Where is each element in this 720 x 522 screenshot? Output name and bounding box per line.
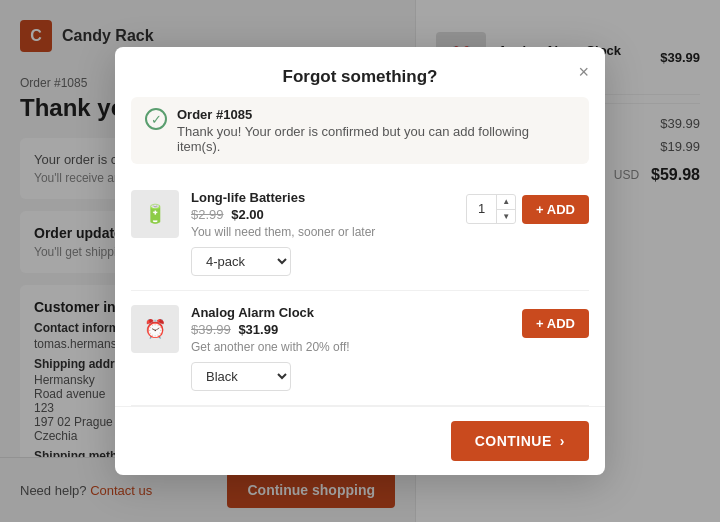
clock-prices: $39.99 $31.99 [191,322,510,337]
clock-image: ⏰ [131,305,179,353]
continue-label: CONTINUE [475,433,552,449]
batteries-variant-select[interactable]: 4-pack [191,247,291,276]
clock-info: Analog Alarm Clock $39.99 $31.99 Get ano… [191,305,510,391]
batteries-qty-display: 1 [467,195,497,223]
batteries-name: Long-life Batteries [191,190,454,205]
confirmation-message: Thank you! Your order is confirmed but y… [177,124,529,154]
confirmation-order: Order #1085 [177,107,575,122]
clock-add-button[interactable]: + ADD [522,309,589,338]
batteries-prices: $2.99 $2.00 [191,207,454,222]
clock-original-price: $39.99 [191,322,231,337]
batteries-qty-down[interactable]: ▼ [497,210,515,224]
modal-confirmation-banner: ✓ Order #1085 Thank you! Your order is c… [131,97,589,164]
continue-icon: › [560,433,565,449]
modal-product-row: 🔋 Long-life Batteries $2.99 $2.00 You wi… [131,176,589,291]
confirmation-text: Order #1085 Thank you! Your order is con… [177,107,575,154]
batteries-sale-price: $2.00 [231,207,264,222]
modal-body: 🔋 Long-life Batteries $2.99 $2.00 You wi… [115,176,605,406]
batteries-qty-arrows: ▲ ▼ [497,195,515,223]
batteries-actions: 1 ▲ ▼ + ADD [466,194,589,224]
modal-header: Forgot something? × [115,47,605,97]
batteries-info: Long-life Batteries $2.99 $2.00 You will… [191,190,454,276]
modal-close-button[interactable]: × [578,63,589,81]
modal-product-row: ⏰ Analog Alarm Clock $39.99 $31.99 Get a… [131,291,589,406]
batteries-qty-control: 1 ▲ ▼ [466,194,516,224]
batteries-add-button[interactable]: + ADD [522,195,589,224]
modal-continue-button[interactable]: CONTINUE › [451,421,589,461]
upsell-modal: Forgot something? × ✓ Order #1085 Thank … [115,47,605,475]
clock-note: Get another one with 20% off! [191,340,510,354]
batteries-qty-up[interactable]: ▲ [497,195,515,210]
modal-overlay: Forgot something? × ✓ Order #1085 Thank … [0,0,720,522]
modal-title: Forgot something? [283,67,438,86]
modal-footer: CONTINUE › [115,406,605,475]
clock-variant-select[interactable]: Black [191,362,291,391]
check-icon: ✓ [145,108,167,130]
batteries-image: 🔋 [131,190,179,238]
batteries-note: You will need them, sooner or later [191,225,454,239]
clock-sale-price: $31.99 [238,322,278,337]
clock-name: Analog Alarm Clock [191,305,510,320]
clock-actions: + ADD [522,309,589,338]
batteries-original-price: $2.99 [191,207,224,222]
